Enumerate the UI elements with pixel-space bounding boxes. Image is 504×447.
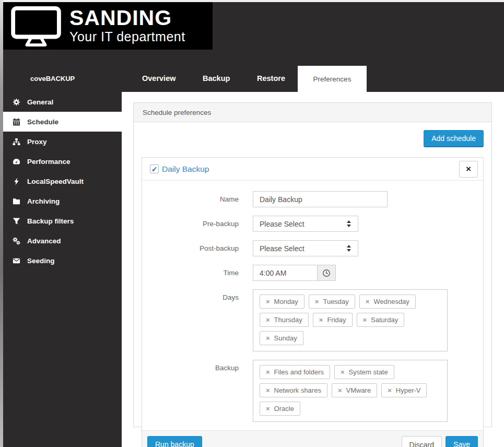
product-name: coveBACKUP — [30, 75, 75, 83]
time-row: Time — [142, 265, 483, 281]
schedule-title: Daily Backup — [162, 164, 209, 174]
window-left-edge — [0, 0, 3, 447]
schedule-preferences-panel: Schedule preferences Add schedule ✓ Dail… — [133, 102, 492, 427]
tab-restore[interactable]: Restore — [257, 74, 285, 83]
panel-header: Schedule preferences — [134, 103, 491, 122]
chip-label: Network shares — [274, 386, 321, 394]
day-chip[interactable]: ×Tuesday — [309, 295, 355, 309]
window-top-edge — [0, 0, 504, 2]
brand-name: SANDING — [69, 7, 185, 28]
pre-backup-selected-value: Please Select — [260, 220, 304, 228]
remove-icon[interactable]: × — [266, 299, 270, 304]
remove-icon[interactable]: × — [363, 317, 367, 323]
backup-chip[interactable]: ×VMware — [332, 383, 377, 397]
sidebar-item-label: Proxy — [27, 138, 47, 146]
calendar-icon — [13, 118, 20, 126]
sidebar-item-label: Seeding — [27, 257, 55, 265]
cogs-icon — [13, 237, 20, 245]
add-schedule-button[interactable]: Add schedule — [424, 130, 484, 147]
brand-tagline: Your IT department — [69, 29, 185, 44]
tab-overview[interactable]: Overview — [142, 74, 176, 83]
post-backup-select[interactable]: Please Select — [253, 240, 358, 256]
sidebar-item-advanced[interactable]: Advanced — [0, 231, 122, 251]
day-chip[interactable]: ×Friday — [313, 313, 353, 327]
run-backup-button[interactable]: Run backup — [147, 436, 202, 447]
backup-chip[interactable]: ×Oracle — [260, 402, 300, 416]
remove-icon[interactable]: × — [266, 387, 270, 393]
tab-preferences[interactable]: Preferences — [298, 66, 367, 92]
remove-icon[interactable]: × — [315, 299, 319, 304]
name-input[interactable] — [253, 191, 388, 207]
time-label: Time — [142, 265, 253, 281]
day-chip[interactable]: ×Sunday — [260, 331, 303, 345]
pre-backup-select[interactable]: Please Select — [253, 216, 358, 232]
discard-button[interactable]: Discard — [402, 436, 442, 447]
sidebar-item-general[interactable]: General — [0, 92, 122, 112]
sidebar-item-label: Advanced — [27, 237, 61, 245]
remove-icon[interactable]: × — [341, 369, 345, 375]
name-label: Name — [142, 191, 253, 207]
backup-row: Backup ×Files and folders×System state×N… — [142, 360, 483, 422]
bolt-icon — [13, 178, 20, 185]
days-label: Days — [142, 289, 253, 351]
sidebar-item-backup-filters[interactable]: Backup filters — [0, 211, 122, 231]
remove-icon[interactable]: × — [388, 387, 392, 393]
backup-multiselect[interactable]: ×Files and folders×System state×Network … — [253, 360, 448, 422]
sidebar-item-label: Backup filters — [27, 217, 74, 225]
remove-icon[interactable]: × — [319, 317, 323, 323]
chip-label: Thursday — [274, 316, 302, 324]
sidebar-item-localspeedvault[interactable]: LocalSpeedVault — [0, 171, 122, 191]
day-chip[interactable]: ×Wednesday — [359, 295, 416, 309]
sidebar-item-schedule[interactable]: Schedule — [0, 112, 122, 132]
gear-icon — [13, 98, 20, 106]
day-chip[interactable]: ×Thursday — [260, 313, 309, 327]
sitemap-icon — [13, 138, 20, 146]
save-button[interactable]: Save — [446, 436, 478, 447]
schedule-card-footer: Run backup Discard Save — [142, 430, 483, 447]
chip-label: Oracle — [274, 405, 294, 413]
chip-label: Files and folders — [274, 368, 324, 376]
post-backup-label: Post-backup — [142, 240, 253, 256]
backup-label: Backup — [142, 360, 253, 422]
filter-icon — [13, 217, 20, 225]
chip-label: Monday — [274, 298, 298, 305]
pre-backup-label: Pre-backup — [142, 216, 253, 232]
pre-backup-row: Pre-backup Please Select — [142, 216, 483, 232]
backup-chip[interactable]: ×Hyper-V — [381, 383, 427, 397]
days-multiselect[interactable]: ×Monday×Tuesday×Wednesday×Thursday×Frida… — [253, 289, 448, 351]
sidebar: General Schedule Proxy — [0, 92, 122, 447]
backup-chip[interactable]: ×Files and folders — [260, 365, 330, 379]
chip-label: Sunday — [274, 334, 297, 342]
schedule-card: ✓ Daily Backup × Name — [142, 157, 484, 447]
time-input[interactable] — [253, 265, 317, 281]
remove-icon[interactable]: × — [266, 335, 270, 341]
remove-icon[interactable]: × — [366, 299, 370, 304]
app-window: SANDING Your IT department coveBACKUP Ov… — [0, 0, 504, 447]
remove-icon[interactable]: × — [266, 369, 270, 375]
time-picker-button[interactable] — [317, 265, 336, 281]
select-caret-icon — [347, 220, 352, 227]
chip-label: Hyper-V — [396, 386, 421, 394]
chip-label: Tuesday — [323, 298, 348, 305]
sidebar-item-seeding[interactable]: Seeding — [0, 251, 122, 270]
sidebar-item-performance[interactable]: Performance — [0, 151, 122, 171]
schedule-enabled-checkbox[interactable]: ✓ — [150, 164, 159, 173]
sidebar-item-proxy[interactable]: Proxy — [0, 132, 122, 151]
remove-icon[interactable]: × — [266, 406, 270, 411]
sidebar-item-archiving[interactable]: Archiving — [0, 191, 122, 211]
tab-backup[interactable]: Backup — [203, 74, 230, 83]
sidebar-item-label: Performance — [27, 158, 71, 166]
backup-chip[interactable]: ×System state — [334, 365, 394, 379]
sidebar-item-label: General — [27, 98, 53, 106]
brand-logo: SANDING Your IT department — [3, 2, 213, 50]
envelope-icon — [13, 257, 20, 265]
day-chip[interactable]: ×Monday — [260, 295, 304, 309]
post-backup-selected-value: Please Select — [260, 244, 304, 253]
close-icon[interactable]: × — [459, 161, 478, 178]
chip-label: Friday — [327, 316, 346, 324]
backup-chip[interactable]: ×Network shares — [260, 383, 327, 397]
remove-icon[interactable]: × — [338, 387, 342, 393]
clock-icon — [322, 269, 331, 277]
remove-icon[interactable]: × — [266, 317, 270, 323]
day-chip[interactable]: ×Saturday — [357, 313, 405, 327]
